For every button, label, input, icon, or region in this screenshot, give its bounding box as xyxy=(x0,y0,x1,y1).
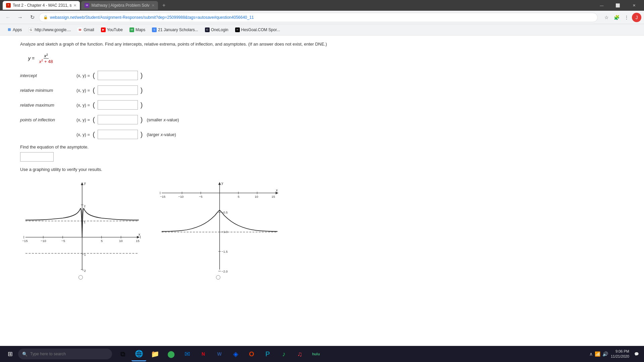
taskbar-right: ∧ 📶 🔊 9:06 PM 11/21/2020 💬 xyxy=(589,347,641,361)
bookmark-apps[interactable]: ⊞ Apps xyxy=(4,26,24,34)
taskbar-system-icons: ∧ 📶 🔊 xyxy=(589,351,608,357)
taskbar-hulu[interactable]: hulu xyxy=(309,347,323,361)
bookmark-scholars[interactable]: S 21 January Scholars... xyxy=(149,26,201,34)
intercept-input[interactable] xyxy=(98,71,138,80)
start-button[interactable]: ⊞ xyxy=(3,347,17,361)
paren-close-5: ) xyxy=(141,131,143,138)
tab-inactive[interactable]: M Mathway | Algebra Problem Solv ✕ xyxy=(81,1,158,10)
new-tab-button[interactable]: + xyxy=(159,1,169,10)
smaller-x-note: (smaller x-value) xyxy=(147,117,179,122)
taskbar-chrome[interactable]: ⬤ xyxy=(164,347,178,361)
lock-icon: 🔒 xyxy=(43,15,48,19)
paren-open-2: ( xyxy=(93,87,95,94)
bookmark-onelogin[interactable]: O OneLogin xyxy=(202,26,231,34)
onelogin-icon: O xyxy=(205,27,210,32)
tab-close-2[interactable]: ✕ xyxy=(152,3,155,8)
search-icon: 🔍 xyxy=(22,352,28,357)
bookmark-google-label: http://www.google.... xyxy=(35,27,71,32)
svg-text:5: 5 xyxy=(101,239,103,243)
address-bar[interactable]: 🔒 webassign.net/web/Student/Assignment-R… xyxy=(39,13,598,22)
window-controls: — ⬜ ✕ xyxy=(594,0,641,11)
taskbar-explorer[interactable]: 📁 xyxy=(148,347,162,361)
svg-text:−1.5: −1.5 xyxy=(221,250,227,253)
extensions-button[interactable]: 🧩 xyxy=(612,13,621,22)
restore-button[interactable]: ⬜ xyxy=(610,0,625,11)
notification-button[interactable]: 💬 xyxy=(632,347,641,361)
rel-max-input[interactable] xyxy=(98,100,138,110)
bookmark-google[interactable]: G http://www.google.... xyxy=(26,26,73,34)
svg-text:−1: −1 xyxy=(82,253,86,256)
taskbar-edge[interactable]: 🌐 xyxy=(131,347,146,361)
back-button[interactable]: ← xyxy=(3,12,13,23)
graph-1-radio[interactable] xyxy=(78,275,83,280)
taskbar-spotify[interactable]: ♪ xyxy=(276,347,291,361)
svg-text:−2: −2 xyxy=(82,269,86,273)
paren-open-3: ( xyxy=(93,102,95,108)
apps-icon: ⊞ xyxy=(7,27,11,32)
svg-text:x: x xyxy=(276,188,278,192)
bookmark-button[interactable]: ☆ xyxy=(602,13,611,22)
network-icon[interactable]: 📶 xyxy=(595,351,600,357)
graph-2-radio[interactable] xyxy=(216,275,220,280)
rel-min-eq: (x, y) = xyxy=(76,88,90,93)
nav-icons: ☆ 🧩 ⋮ J xyxy=(602,13,641,22)
paren-open-1: ( xyxy=(93,72,95,79)
refresh-button[interactable]: ↻ xyxy=(27,12,38,23)
graph-1: y x 2 1 −1 −2 xyxy=(20,177,141,271)
bookmark-gmail[interactable]: M Gmail xyxy=(75,26,97,34)
paren-close-3: ) xyxy=(141,102,143,108)
rel-max-eq: (x, y) = xyxy=(76,103,90,108)
taskbar: ⊞ 🔍 ⧉ 🌐 📁 ⬤ ✉ N W ◈ O P ♪ ♫ hulu ∧ 📶 🔊 xyxy=(0,346,644,362)
title-bar: T Test 2 - Chapter 4 - MAC 2311, s ✕ M M… xyxy=(0,0,644,11)
gmail-icon: M xyxy=(77,27,82,32)
svg-text:−0.5: −0.5 xyxy=(221,211,227,214)
inflection-smaller-eq: (x, y) = xyxy=(76,117,90,122)
taskbar-itunes[interactable]: ♫ xyxy=(292,347,307,361)
bookmark-youtube[interactable]: ▶ YouTube xyxy=(98,26,125,34)
profile-button[interactable]: J xyxy=(632,13,641,22)
intercept-label: intercept xyxy=(20,73,74,78)
inflection-smaller-input[interactable] xyxy=(98,115,138,124)
tab-favicon-2: M xyxy=(85,3,89,8)
tab-active[interactable]: T Test 2 - Chapter 4 - MAC 2311, s ✕ xyxy=(3,1,80,10)
close-button[interactable]: ✕ xyxy=(627,0,641,11)
inflection-larger-input[interactable] xyxy=(98,130,138,139)
relative-maximum-row: relative maximum (x, y) = ( ) xyxy=(20,100,624,110)
taskbar-search-bar[interactable]: 🔍 xyxy=(18,349,112,359)
svg-text:10: 10 xyxy=(119,239,123,243)
svg-text:10: 10 xyxy=(255,195,258,198)
taskbar-search-input[interactable] xyxy=(30,352,97,356)
asymptote-input[interactable] xyxy=(20,152,54,162)
chevron-up-icon[interactable]: ∧ xyxy=(589,351,593,357)
taskbar-netflix[interactable]: N xyxy=(196,347,211,361)
taskbar-app9[interactable]: P xyxy=(260,347,275,361)
tab-close-1[interactable]: ✕ xyxy=(73,3,76,8)
taskbar-dropbox[interactable]: ◈ xyxy=(228,347,243,361)
svg-text:−5: −5 xyxy=(199,195,203,198)
rel-min-input[interactable] xyxy=(98,85,138,95)
function-denominator: x2 + 48 xyxy=(39,59,54,64)
svg-text:−10: −10 xyxy=(41,239,46,243)
more-button[interactable]: ⋮ xyxy=(622,13,631,22)
bookmarks-bar: ⊞ Apps G http://www.google.... M Gmail ▶… xyxy=(0,24,644,36)
taskbar-word[interactable]: W xyxy=(212,347,227,361)
taskbar-mail[interactable]: ✉ xyxy=(180,347,195,361)
bookmark-maps[interactable]: M Maps xyxy=(127,26,148,34)
function-display: y = x2 x2 + 48 xyxy=(28,53,624,64)
maps-icon: M xyxy=(129,27,134,32)
svg-text:−10: −10 xyxy=(178,195,183,198)
volume-icon[interactable]: 🔊 xyxy=(602,351,608,357)
taskbar-task-view[interactable]: ⧉ xyxy=(115,347,130,361)
inflection-label: points of inflection xyxy=(20,117,74,122)
page-content: Analyze and sketch a graph of the functi… xyxy=(0,36,644,346)
taskbar-office[interactable]: O xyxy=(244,347,259,361)
scholars-icon: S xyxy=(152,27,157,32)
taskbar-clock[interactable]: 9:06 PM 11/21/2020 xyxy=(611,349,629,359)
tab-label-1: Test 2 - Chapter 4 - MAC 2311, s xyxy=(13,3,71,8)
bookmark-hesgoal[interactable]: H HesGoal.COM Spor... xyxy=(232,26,283,34)
bookmark-gmail-label: Gmail xyxy=(84,27,94,32)
bookmark-scholars-label: 21 January Scholars... xyxy=(158,27,198,32)
forward-button[interactable]: → xyxy=(15,12,25,23)
minimize-button[interactable]: — xyxy=(594,0,609,11)
asymptote-section: Find the equation of the asymptote. xyxy=(20,144,624,162)
